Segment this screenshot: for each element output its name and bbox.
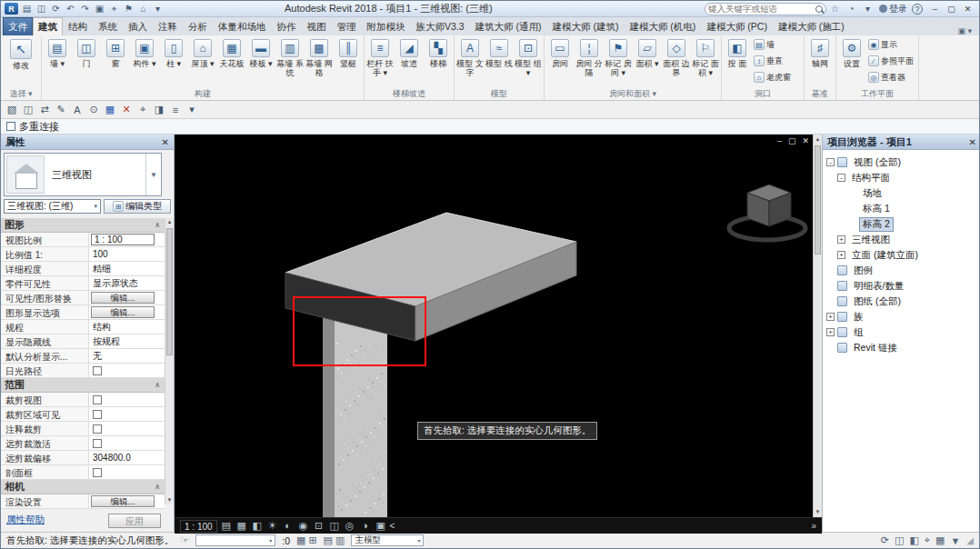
tree-item-label[interactable]: 族 [850,310,867,324]
tree-item-label[interactable]: 组 [850,325,867,340]
help-menu-icon[interactable]: ▾ [861,3,875,15]
area-boundary-button[interactable]: ◇面积 边界 [662,36,691,77]
maximize-button[interactable]: ▢ [944,3,959,15]
viewport-scroll-thumb[interactable] [815,145,821,255]
save-small-icon[interactable]: ◫ [21,103,35,117]
tab-结构[interactable]: 结构 [63,17,93,35]
tab-分析[interactable]: 分析 [183,17,213,35]
ceiling-button[interactable]: ▦天花板 [217,36,246,68]
more-tools-icon[interactable]: ▾ [185,103,199,117]
property-value[interactable] [89,364,165,377]
analytical-model-icon[interactable]: ▣ [375,520,387,532]
tree-item-label[interactable]: 三维视图 [848,233,894,247]
search-icon[interactable] [815,5,823,13]
save-icon[interactable]: ◫ [35,3,48,15]
wall-opening-button[interactable]: ▤墙 [752,36,803,53]
tab-建模大师 (PC)[interactable]: 建模大师 (PC) [701,17,773,35]
ramp-button[interactable]: ◢坡道 [395,36,424,68]
floor-button[interactable]: ▬楼板 ▾ [246,36,275,68]
wall-button[interactable]: ▤墙 ▾ [43,36,72,68]
work-plane-viewer-button[interactable]: ◎查看器 [866,69,917,85]
scale-button[interactable]: 1 : 100 [180,520,217,533]
temporary-hide-icon[interactable]: ◎ [344,520,356,532]
tree-item[interactable]: +组 [823,324,980,340]
ref-plane-button[interactable]: ∕参照平面 [866,53,917,69]
show-work-plane-button[interactable]: ◉显示 [866,36,917,53]
ribbon-toggle[interactable]: ▣ ▾ [950,26,979,35]
render-icon[interactable]: ◉ [297,520,310,532]
edit-button[interactable]: 编辑... [91,306,155,318]
tree-item-label[interactable]: 标高 1 [859,202,894,216]
hscroll-left-icon[interactable]: < [390,521,395,531]
view-restore-button[interactable]: ▢ [788,136,796,145]
tab-建筑大师 (通用)[interactable]: 建筑大师 (通用) [470,17,547,35]
visual-style-icon[interactable]: ◧ [251,520,264,532]
property-value[interactable]: 按规程 [89,334,165,348]
worksets-toggle-icon[interactable]: ◫ [895,534,904,546]
tag-area-button[interactable]: ⚐标记 面积 ▾ [691,36,720,77]
sheet-size-icon[interactable]: ▤ [220,520,233,532]
swap-icon[interactable]: ⇄ [37,103,52,117]
tree-item-label[interactable]: 场地 [859,186,885,201]
property-value[interactable]: 无 [89,349,165,363]
tree-item-label[interactable]: 视图 (全部) [850,155,905,170]
property-value[interactable] [89,436,165,450]
area-button[interactable]: ▱面积 ▾ [633,36,662,68]
shadows-icon[interactable]: ◐ [282,520,295,532]
property-value[interactable]: 显示原状态 [89,276,165,290]
open-icon[interactable]: ▤ [20,3,34,15]
sync-icon[interactable]: ⟳ [49,3,63,15]
checkbox[interactable] [93,424,102,434]
checkbox[interactable] [93,410,102,419]
tree-expander-icon[interactable]: - [837,174,845,182]
sun-path-icon[interactable]: ☀ [266,520,279,532]
filter-icon[interactable]: ▼ [950,535,960,546]
collapse-icon[interactable]: ∧ [155,483,160,491]
tab-视图[interactable]: 视图 [302,17,332,35]
3d-canvas[interactable] [175,135,813,517]
close-button[interactable]: ✕ [960,3,975,15]
tag-room-button[interactable]: ⚑标记 房间 ▾ [604,36,633,77]
opening-by-face-button[interactable]: ◧按 面 [723,36,752,68]
tree-item-label[interactable]: 标高 2 [859,217,894,232]
hscroll-right-icon[interactable]: » [811,521,816,531]
circle-tool-icon[interactable]: ⊙ [86,103,101,117]
property-value[interactable]: 编辑... [89,305,165,319]
tab-建模大师 (施工)[interactable]: 建模大师 (施工) [773,17,850,35]
railing-button[interactable]: ≡栏杆 扶手 ▾ [365,36,395,77]
selection-grid-icon[interactable]: ▦ [296,534,305,546]
roof-button[interactable]: ⌂屋顶 ▾ [188,36,217,68]
edit-type-button[interactable]: ⊞ 编辑类型 [104,199,171,214]
tree-item-label[interactable]: 明细表/数量 [850,279,907,294]
vertical-opening-button[interactable]: ↕垂直 [752,53,803,69]
component-button[interactable]: ▣构件 ▾ [130,36,159,68]
room-separator-button[interactable]: ¦房间 分隔 [575,36,604,77]
column-button[interactable]: ▯柱 ▾ [159,36,188,68]
doc-icon-2[interactable]: ▥ [335,534,345,546]
grid-tool-icon[interactable]: ▦ [103,103,117,117]
properties-scroll-thumb[interactable] [166,228,173,355]
viewport-scrollbar[interactable]: ▲ ▼ [813,135,822,517]
property-value[interactable] [89,422,165,435]
scroll-up-icon[interactable]: ▲ [165,218,174,226]
door-button[interactable]: ◫门 [72,36,101,68]
room-button[interactable]: ▭房间 [545,36,575,68]
project-browser-close-icon[interactable]: ✕ [969,137,976,147]
checkbox[interactable] [93,366,102,375]
apply-button[interactable]: 应用 [108,514,161,528]
tab-文件[interactable]: 文件 [3,17,33,35]
tree-item[interactable]: 标高 2 [823,216,980,232]
tree-item[interactable]: 明细表/数量 [823,278,980,294]
grid-button[interactable]: ♯轴网 [805,36,835,68]
help-icon[interactable]: ? [912,4,923,15]
show-crop-icon[interactable]: ◫ [328,520,341,532]
default-3d-view-icon[interactable]: ⌂ [136,3,150,15]
selection-add-icon[interactable]: ⊞ [308,534,316,546]
tree-expander-icon[interactable]: + [826,328,835,336]
tab-附加模块[interactable]: 附加模块 [362,17,411,35]
property-value[interactable]: 1 : 100 [89,233,165,246]
dormer-opening-button[interactable]: ⌂老虎窗 [752,69,803,85]
signin-button[interactable]: 登录 [876,3,910,15]
list-tool-icon[interactable]: ≡ [168,103,183,117]
undo-icon[interactable]: ↶ [64,3,77,15]
